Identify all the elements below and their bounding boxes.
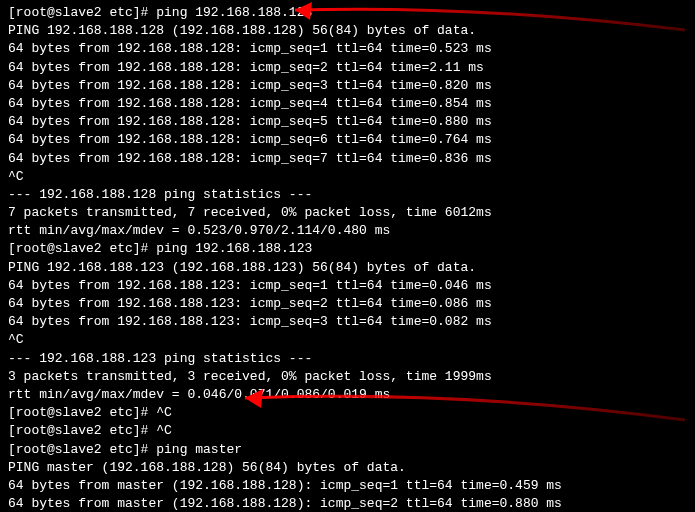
terminal-line: 64 bytes from 192.168.188.128: icmp_seq=… <box>8 95 687 113</box>
terminal-line: 64 bytes from 192.168.188.128: icmp_seq=… <box>8 59 687 77</box>
terminal-line: --- 192.168.188.123 ping statistics --- <box>8 350 687 368</box>
terminal-line: [root@slave2 etc]# ping master <box>8 441 687 459</box>
terminal-line: 64 bytes from 192.168.188.123: icmp_seq=… <box>8 277 687 295</box>
terminal-line: ^C <box>8 331 687 349</box>
terminal-line: [root@slave2 etc]# ^C <box>8 404 687 422</box>
terminal-line: 64 bytes from master (192.168.188.128): … <box>8 495 687 512</box>
terminal-line: 64 bytes from 192.168.188.128: icmp_seq=… <box>8 40 687 58</box>
terminal-line: 64 bytes from 192.168.188.128: icmp_seq=… <box>8 77 687 95</box>
terminal-line: 64 bytes from 192.168.188.123: icmp_seq=… <box>8 295 687 313</box>
terminal-line: 64 bytes from master (192.168.188.128): … <box>8 477 687 495</box>
terminal-line: 64 bytes from 192.168.188.123: icmp_seq=… <box>8 313 687 331</box>
terminal-line: ^C <box>8 168 687 186</box>
terminal-line: --- 192.168.188.128 ping statistics --- <box>8 186 687 204</box>
terminal-line: 64 bytes from 192.168.188.128: icmp_seq=… <box>8 113 687 131</box>
terminal-line: PING master (192.168.188.128) 56(84) byt… <box>8 459 687 477</box>
terminal-line: PING 192.168.188.128 (192.168.188.128) 5… <box>8 22 687 40</box>
terminal-line: 7 packets transmitted, 7 received, 0% pa… <box>8 204 687 222</box>
terminal-line: rtt min/avg/max/mdev = 0.523/0.970/2.114… <box>8 222 687 240</box>
terminal-output: [root@slave2 etc]# ping 192.168.188.128P… <box>8 4 687 512</box>
terminal-line: rtt min/avg/max/mdev = 0.046/0.071/0.086… <box>8 386 687 404</box>
terminal-line: 3 packets transmitted, 3 received, 0% pa… <box>8 368 687 386</box>
terminal-line: PING 192.168.188.123 (192.168.188.123) 5… <box>8 259 687 277</box>
terminal-line: [root@slave2 etc]# ping 192.168.188.128 <box>8 4 687 22</box>
terminal-line: [root@slave2 etc]# ^C <box>8 422 687 440</box>
terminal-line: 64 bytes from 192.168.188.128: icmp_seq=… <box>8 150 687 168</box>
terminal-line: [root@slave2 etc]# ping 192.168.188.123 <box>8 240 687 258</box>
terminal-line: 64 bytes from 192.168.188.128: icmp_seq=… <box>8 131 687 149</box>
